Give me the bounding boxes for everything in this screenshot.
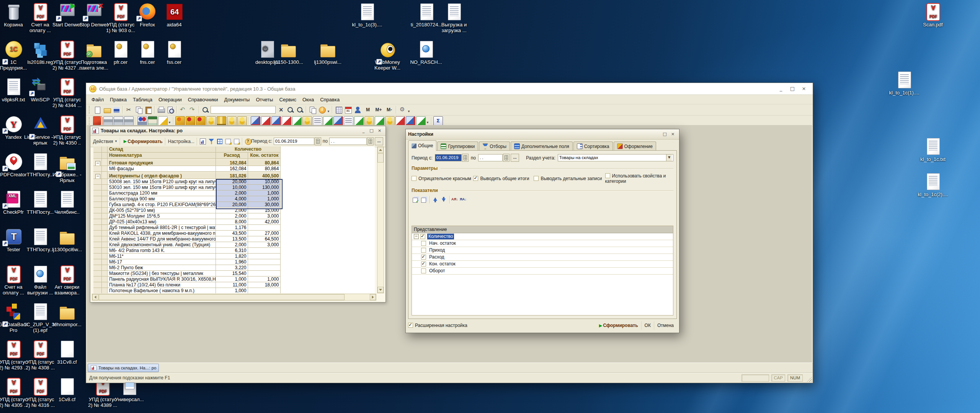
cash-register-icon[interactable]	[148, 116, 157, 126]
ok-button[interactable]: ОК	[641, 321, 654, 330]
desktop-icon[interactable]: Scan.pdf	[916, 3, 949, 28]
calendar-picker-icon[interactable]	[462, 154, 469, 162]
tree-row[interactable]: Приход	[412, 247, 673, 254]
search-input[interactable]	[211, 106, 276, 114]
table-row[interactable]: 53010 зел. 150 мм 15отв Р180 шлиф круг н…	[93, 185, 375, 190]
menu-documents[interactable]: Документы	[221, 96, 253, 103]
calculator-icon[interactable]	[334, 106, 343, 114]
scrollbar-thumb[interactable]	[377, 153, 384, 163]
desktop-icon[interactable]: УПД (статус 2) № 4344 ...	[51, 78, 83, 108]
collapse-rows-icon[interactable]	[224, 138, 232, 145]
table-row[interactable]: ДМ*125 Молдинг 15*6,52,0003,000	[93, 213, 375, 219]
column-header-outflow[interactable]: Расход	[216, 153, 248, 159]
calendar-picker-icon[interactable]	[503, 154, 510, 162]
sort-descending-icon[interactable]	[460, 196, 467, 203]
table-row[interactable]: Макиотти (SG234) | без текстуры | металл…	[93, 271, 375, 276]
tree-row[interactable]: Оборот	[412, 268, 673, 275]
paste-icon[interactable]	[144, 106, 153, 114]
confirm-document-icon[interactable]	[416, 116, 426, 126]
memory-button[interactable]: M	[363, 106, 373, 114]
new-document-icon[interactable]	[93, 106, 102, 114]
table-row[interactable]: Клей Аквенс 144/7 FD для мембранно-вакуу…	[93, 236, 375, 242]
printer-icon[interactable]	[124, 116, 134, 126]
menu-reports[interactable]: Отчеты	[253, 96, 276, 103]
table-row[interactable]: ДР-025 (40х40х13 мм)8,00042,000	[93, 219, 375, 225]
person-document-icon[interactable]	[406, 116, 415, 126]
menu-service[interactable]: Сервис	[276, 96, 299, 103]
open-icon[interactable]	[103, 106, 111, 114]
report-close-button[interactable]: ×	[376, 127, 384, 135]
clear-search-icon[interactable]	[276, 106, 285, 114]
document-list-icon[interactable]	[344, 116, 353, 126]
chevron-down-icon[interactable]: ▼	[407, 110, 410, 113]
desktop-icon[interactable]: tehnoimpor...	[51, 303, 83, 327]
tab-appearance[interactable]: Оформление	[614, 141, 656, 151]
calendar-picker-icon[interactable]	[315, 137, 321, 145]
desktop-icon[interactable]: NO_RASCH...	[410, 41, 443, 65]
goods-issue-icon[interactable]	[282, 116, 291, 126]
report-variant-icon[interactable]	[199, 138, 207, 145]
table-row[interactable]: Готовая продукция162,08480,864	[93, 160, 375, 166]
settings-titlebar[interactable]: Настройки □ ×	[406, 129, 679, 140]
column-header-warehouse[interactable]: Склад	[108, 146, 216, 153]
copy-icon[interactable]	[134, 106, 143, 114]
printer-icon[interactable]	[103, 116, 113, 126]
tab-groupings[interactable]: Группировки	[437, 141, 478, 151]
period-from-input[interactable]: 01.06.2019	[274, 138, 314, 145]
toolbar-grip[interactable]	[89, 106, 91, 114]
desktop-icon[interactable]: 1Cv8.cf	[51, 378, 83, 402]
column-header-balance[interactable]: Кон. остаток	[248, 153, 281, 159]
tree-row[interactable]: Нач. остаток	[412, 240, 673, 247]
tab-sorting[interactable]: Сортировка	[573, 141, 613, 151]
desktop-icon[interactable]: Акт сверки взаимора..	[51, 265, 83, 296]
report-icon[interactable]	[323, 116, 333, 126]
settings-button[interactable]: Настройка...	[167, 137, 196, 146]
coins-icon[interactable]	[385, 116, 395, 126]
employees-icon[interactable]	[137, 116, 147, 126]
purchase-icon[interactable]	[186, 116, 195, 126]
desktop-icon[interactable]: Выгрузка и загрузка ...	[438, 3, 470, 33]
period-to-input[interactable]: . .	[478, 154, 503, 161]
settings-maximize-button[interactable]: □	[661, 131, 669, 138]
chevron-down-icon[interactable]: ▼	[327, 110, 330, 113]
horizontal-scrollbar[interactable]	[92, 294, 376, 301]
sale-icon[interactable]	[196, 116, 206, 126]
report-minimize-button[interactable]: _	[359, 127, 368, 135]
coins-icon[interactable]	[227, 116, 237, 126]
totals-report-icon[interactable]	[433, 116, 443, 126]
scroll-right-button[interactable]	[370, 294, 376, 300]
table-settings-icon[interactable]	[216, 138, 224, 145]
check-all-icon[interactable]	[412, 196, 419, 203]
tree-row[interactable]: Кон. остаток	[412, 261, 673, 268]
move-up-icon[interactable]	[431, 196, 439, 203]
menu-table[interactable]: Таблица	[130, 96, 155, 103]
search-icon[interactable]	[201, 106, 210, 114]
inventory-icon[interactable]	[292, 116, 302, 126]
desktop-icon[interactable]: lj1300pswi...	[311, 41, 344, 65]
menu-operations[interactable]: Операции	[155, 96, 185, 103]
expand-rows-icon[interactable]	[233, 138, 240, 145]
print-icon[interactable]	[157, 106, 165, 114]
table-row[interactable]: М6-11*1,820	[93, 254, 375, 259]
checkbox-negative-red[interactable]: Отрицательное красным	[412, 176, 473, 181]
report-titlebar[interactable]: Товары на складах. Настройка: ро _ □ ×	[90, 126, 385, 136]
outgoing-document-icon[interactable]	[261, 116, 271, 126]
cash-income-icon[interactable]	[302, 116, 312, 126]
table-row[interactable]: ДК-005 (52*78*10 мм)2,00015,000	[93, 208, 375, 213]
desktop-icon[interactable]: 31Cv8.cf	[51, 340, 83, 365]
generate-button[interactable]: ▶Сформировать	[122, 137, 164, 146]
desktop-icon[interactable]: aida64	[158, 3, 191, 28]
desktop-icon[interactable]: WebMoney Keeper W...	[371, 41, 404, 71]
table-row[interactable]: 53008 зел. 150 мм 15отв Р120 шлиф круг н…	[93, 179, 375, 185]
copy-fragment-icon[interactable]	[308, 106, 317, 114]
table-row[interactable]: Губка шлиф. 4-х стор. Р120 FLEXIFOAM(98*…	[93, 202, 375, 208]
undo-icon[interactable]	[179, 106, 188, 114]
table-row[interactable]: Дуб темный рифленый 8801-2R | с текстуро…	[93, 225, 375, 231]
uncheck-all-icon[interactable]	[420, 196, 428, 203]
table-row[interactable]: М6- 4/2 Patina romb 143 К.6,310	[93, 248, 375, 254]
move-down-icon[interactable]	[440, 196, 448, 203]
period-ellipsis-button[interactable]: ...	[375, 137, 383, 145]
table-row[interactable]: Баллюстрада 900 мм4,0001,000	[93, 196, 375, 202]
chevron-down-icon[interactable]: ▼	[666, 154, 672, 161]
save-icon[interactable]	[112, 106, 121, 114]
